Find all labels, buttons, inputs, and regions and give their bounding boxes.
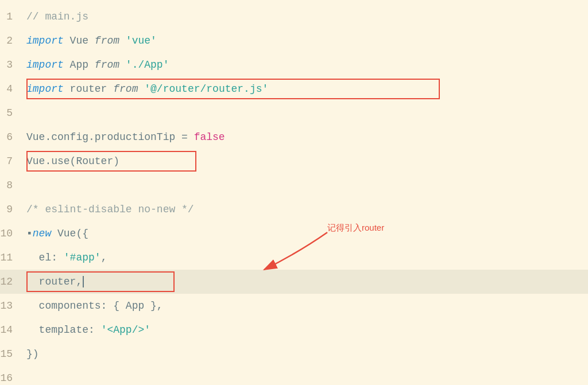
code-line-12: 12 router, <box>0 270 588 294</box>
code-line-16: 16 <box>0 366 588 385</box>
annotation-text: 记得引入router <box>327 223 384 234</box>
text-cursor <box>83 276 84 287</box>
line-number: 9 <box>0 204 22 215</box>
line-number: 2 <box>0 35 22 46</box>
line-number: 11 <box>0 252 22 263</box>
code-editor: 1// main.js2import Vue from 'vue'3import… <box>0 0 588 385</box>
line-content: Vue.config.productionTip = false <box>22 125 588 149</box>
code-line-6: 6Vue.config.productionTip = false <box>0 125 588 149</box>
code-line-14: 14 template: '<App/>' <box>0 318 588 342</box>
line-number: 16 <box>0 372 22 384</box>
code-line-13: 13 components: { App }, <box>0 294 588 318</box>
line-number: 4 <box>0 83 22 95</box>
line-number: 1 <box>0 11 22 22</box>
line-content: /* eslint-disable no-new */ <box>22 197 588 221</box>
line-number: 12 <box>0 276 22 287</box>
code-line-10: 10▪new Vue({ <box>0 221 588 246</box>
line-content: el: '#app', <box>22 246 588 270</box>
line-number: 15 <box>0 348 22 360</box>
line-number: 8 <box>0 180 22 191</box>
line-number: 6 <box>0 131 22 143</box>
code-line-9: 9/* eslint-disable no-new */ <box>0 197 588 221</box>
line-content: }) <box>22 342 588 366</box>
line-content: import router from '@/router/router.js' <box>22 77 588 101</box>
code-line-1: 1// main.js <box>0 5 588 29</box>
line-number: 5 <box>0 107 22 119</box>
line-content: router, <box>22 270 588 294</box>
code-line-5: 5 <box>0 101 588 125</box>
line-content: template: '<App/>' <box>22 318 588 342</box>
line-number: 3 <box>0 59 22 71</box>
line-content: import App from './App' <box>22 53 588 77</box>
line-content: components: { App }, <box>22 294 588 318</box>
code-line-3: 3import App from './App' <box>0 53 588 77</box>
code-line-2: 2import Vue from 'vue' <box>0 29 588 53</box>
code-line-7: 7Vue.use(Router) <box>0 149 588 173</box>
line-content: // main.js <box>22 5 588 29</box>
line-content: import Vue from 'vue' <box>22 29 588 53</box>
code-line-4: 4import router from '@/router/router.js' <box>0 77 588 101</box>
line-number: 10 <box>0 228 22 239</box>
line-number: 13 <box>0 300 22 312</box>
code-line-11: 11 el: '#app', <box>0 246 588 270</box>
line-content: Vue.use(Router) <box>22 149 588 173</box>
code-line-15: 15}) <box>0 342 588 366</box>
line-number: 7 <box>0 155 22 167</box>
code-line-8: 8 <box>0 173 588 197</box>
line-number: 14 <box>0 324 22 336</box>
line-content: ▪new Vue({ <box>22 221 588 246</box>
